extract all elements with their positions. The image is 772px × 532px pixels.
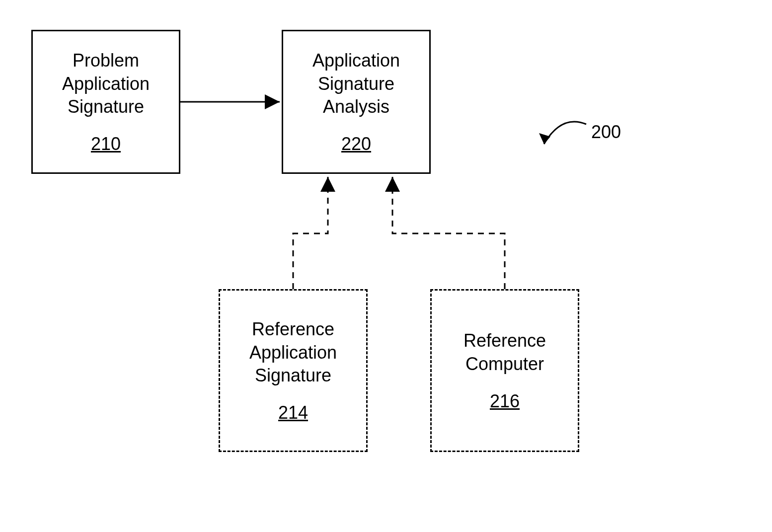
diagram-label: 200 — [591, 122, 621, 143]
box-problem-application-signature: Problem Application Signature 210 — [31, 30, 180, 174]
box-analysis-title: Application Signature Analysis — [283, 49, 429, 119]
box-refcomp-ref: 216 — [490, 391, 520, 412]
box-problem-title: Problem Application Signature — [33, 49, 179, 119]
box-reference-application-signature: Reference Application Signature 214 — [219, 289, 368, 452]
box-analysis-ref: 220 — [341, 134, 371, 154]
box-refapp-ref: 214 — [278, 402, 308, 423]
box-problem-ref: 210 — [91, 134, 121, 154]
box-reference-computer: Reference Computer 216 — [430, 289, 579, 452]
pointer-200 — [544, 122, 586, 144]
box-refapp-title: Reference Application Signature — [220, 318, 366, 387]
pointer-200-head — [539, 133, 550, 144]
box-refcomp-title: Reference Computer — [432, 329, 578, 376]
box-application-signature-analysis: Application Signature Analysis 220 — [282, 30, 431, 174]
arrow-216-to-220 — [392, 177, 505, 289]
arrow-214-to-220 — [293, 177, 328, 289]
